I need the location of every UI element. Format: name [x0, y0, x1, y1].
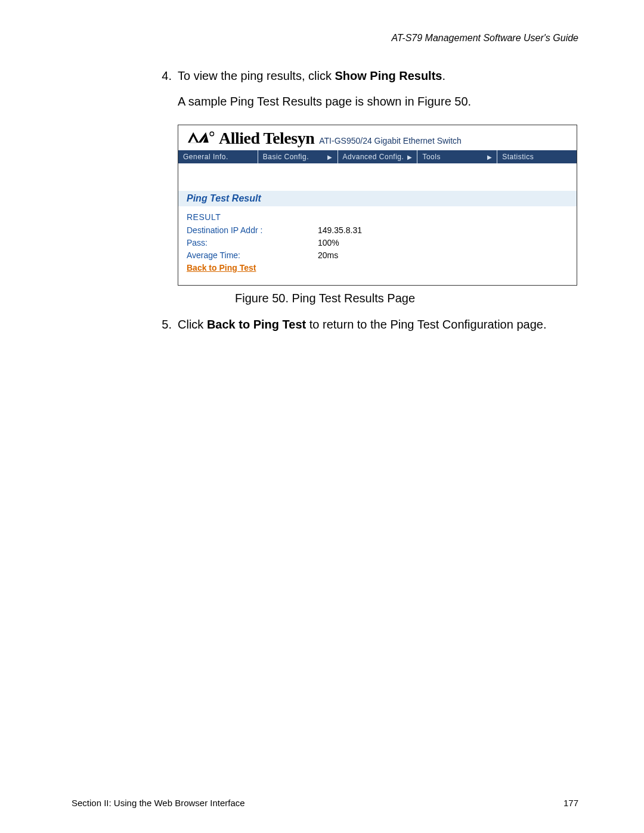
allied-telesyn-logo-icon: [187, 131, 215, 144]
result-row-avg-time: Average Time: 20ms: [187, 249, 568, 262]
menu-label: Basic Config.: [263, 153, 309, 161]
figure-caption: Figure 50. Ping Test Results Page: [72, 292, 578, 305]
result-value: 20ms: [318, 249, 338, 262]
chevron-right-icon: ▶: [487, 154, 493, 160]
footer-section: Section II: Using the Web Browser Interf…: [72, 798, 245, 808]
result-label: Pass:: [187, 237, 318, 249]
step-4-cont: A sample Ping Test Results page is shown…: [178, 93, 578, 110]
step-4-number: 4.: [155, 67, 172, 85]
step-4-text-bold: Show Ping Results: [335, 69, 442, 82]
step-4-text-prefix: To view the ping results, click: [178, 69, 335, 82]
menu-label: Advanced Config.: [343, 153, 404, 161]
step-5-number: 5.: [155, 316, 172, 333]
screenshot-header: Allied Telesyn ATI-GS950/24 Gigabit Ethe…: [178, 125, 577, 150]
step-5-text-bold: Back to Ping Test: [207, 318, 306, 331]
product-subtitle: ATI-GS950/24 Gigabit Ethernet Switch: [319, 136, 462, 145]
back-to-ping-test-link[interactable]: Back to Ping Test: [187, 263, 256, 272]
step-4-text-suffix: .: [442, 69, 445, 82]
menu-label: General Info.: [183, 153, 228, 161]
chevron-right-icon: ▶: [327, 154, 333, 160]
result-value: 149.35.8.31: [318, 224, 362, 237]
page-header-title: AT-S79 Management Software User's Guide: [72, 33, 578, 44]
menu-label: Statistics: [502, 153, 534, 161]
step-5-text-prefix: Click: [178, 318, 207, 331]
menu-label: Tools: [422, 153, 441, 161]
screenshot-menubar: General Info. Basic Config. ▶ Advanced C…: [178, 150, 577, 163]
menu-general-info[interactable]: General Info.: [178, 150, 258, 163]
menu-advanced-config[interactable]: Advanced Config. ▶: [338, 150, 418, 163]
panel-title: Ping Test Result: [178, 191, 577, 206]
result-label: Destination IP Addr :: [187, 224, 318, 237]
chevron-right-icon: ▶: [407, 154, 413, 160]
result-row-dest-ip: Destination IP Addr : 149.35.8.31: [187, 224, 568, 237]
step-5-text-suffix: to return to the Ping Test Configuration…: [306, 318, 546, 331]
menu-basic-config[interactable]: Basic Config. ▶: [258, 150, 338, 163]
step-4: 4. To view the ping results, click Show …: [72, 67, 578, 85]
ping-result-screenshot: Allied Telesyn ATI-GS950/24 Gigabit Ethe…: [178, 125, 577, 286]
menu-statistics[interactable]: Statistics: [497, 150, 577, 163]
result-row-pass: Pass: 100%: [187, 237, 568, 249]
step-5: 5. Click Back to Ping Test to return to …: [72, 316, 578, 333]
brand-name: Allied Telesyn: [219, 129, 314, 148]
result-value: 100%: [318, 237, 339, 249]
footer-page-number: 177: [564, 798, 578, 808]
svg-point-0: [210, 132, 213, 135]
menu-tools[interactable]: Tools ▶: [417, 150, 497, 163]
result-heading: RESULT: [187, 212, 568, 222]
result-label: Average Time:: [187, 249, 318, 262]
